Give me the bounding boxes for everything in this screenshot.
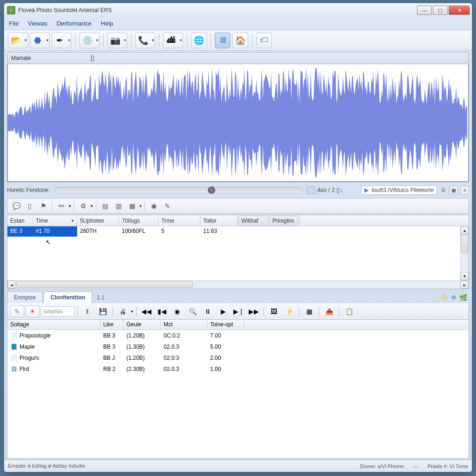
vertical-scrollbar[interactable]: ▴ ▾ (460, 226, 469, 280)
sparkle-icon[interactable]: ✨ (440, 294, 448, 301)
tab-emnpize[interactable]: Emnpize (7, 291, 43, 303)
tag-button[interactable]: 🏷 (256, 33, 272, 48)
col-geule[interactable]: Geule (124, 320, 161, 330)
skip-back-button[interactable]: ▮◀ (155, 305, 169, 317)
separator (75, 33, 76, 47)
list-item[interactable]: 📄PrapoiologleBB 3(1.20B)0C:0:27.00 (7, 330, 469, 341)
menu-performance[interactable]: Derformarice (57, 20, 92, 27)
scroll-down-button[interactable]: ▾ (461, 272, 469, 280)
browser-button[interactable]: 🌐 (191, 33, 207, 48)
gear-button[interactable]: ⚙ (77, 200, 89, 212)
tab-wilthaf[interactable]: Wilthaf (238, 216, 268, 226)
forward-button[interactable]: ▶❘ (231, 305, 245, 317)
copy-button[interactable]: 📋 (342, 305, 356, 317)
pencil-button[interactable]: ✎ (10, 305, 24, 317)
maximize-button[interactable]: ▢ (433, 6, 448, 15)
grid-view-button[interactable]: ▦ (450, 186, 458, 194)
tiles-button[interactable]: ▦ (302, 305, 316, 317)
flag-button[interactable]: ⚑ (37, 200, 49, 212)
open-folder-button[interactable]: 📂 (8, 33, 24, 48)
save-button[interactable]: 💾 (96, 305, 110, 317)
slider-thumb[interactable] (208, 186, 215, 194)
list-item[interactable]: 🖼FlrdRB 2(2.30B)02.0.31.00 (7, 364, 469, 375)
list-item[interactable]: 📄ProgursBB J(1.20B)02:0:32.00 (7, 352, 469, 364)
bolt-button[interactable]: ⚡ (282, 305, 296, 317)
pause-button[interactable]: ⏸ (201, 305, 215, 317)
hscroll-thumb[interactable] (16, 281, 193, 288)
edit-button[interactable]: ✎ (161, 200, 173, 212)
comment-button[interactable]: 💬 (10, 200, 22, 212)
record-button[interactable]: ◉ (148, 200, 160, 212)
page-current: 4oo (317, 187, 326, 193)
snowflake-icon[interactable]: ❄ (451, 294, 456, 301)
phone-dropdown[interactable]: ▾ (151, 33, 155, 48)
disc-dropdown[interactable]: ▾ (95, 33, 99, 48)
scroll-up-button[interactable]: ▴ (461, 226, 469, 235)
col-mct[interactable]: Mct (161, 320, 207, 330)
track-name[interactable]: Mamale (11, 55, 90, 61)
col-time[interactable]: Time ▾ (33, 215, 77, 226)
phone-button[interactable]: 📞 (135, 33, 151, 48)
menu-file[interactable]: File (9, 20, 19, 27)
open-folder-dropdown[interactable]: ▾ (23, 33, 28, 48)
chart-icon: 🏙 (167, 35, 175, 45)
path-display[interactable]: ▶ lisoft3./Vifduics Pileteorte (361, 185, 437, 195)
col-like[interactable]: Like (100, 320, 124, 330)
stop-button[interactable]: ◉ (170, 305, 184, 317)
waveform-view[interactable] (7, 64, 469, 182)
menu-views[interactable]: Viewas (28, 20, 47, 27)
shield-dropdown[interactable]: ▾ (45, 33, 50, 48)
filter-combo[interactable]: GillalSils (41, 306, 74, 317)
menu-help[interactable]: Help (101, 20, 113, 27)
col-uphoten[interactable]: 5Uphoten (77, 215, 119, 226)
list-view-button[interactable]: ≡ (461, 186, 469, 194)
col-toine[interactable]: Toine-opt (207, 320, 245, 330)
doc2-button[interactable]: ▥ (112, 200, 125, 212)
col-tollor[interactable]: Tollor (200, 215, 238, 226)
shield-button[interactable]: ⬣ (30, 33, 46, 48)
rewind-button[interactable]: ◀◀ (139, 305, 153, 317)
tab-prinigtim[interactable]: Prinigtim (269, 216, 299, 226)
leaf-icon[interactable]: 🌿 (459, 294, 467, 301)
list-item[interactable]: 📘MapieBB 3(1.30B)02.0.35.00 (7, 341, 469, 352)
camera-dropdown[interactable]: ▾ (123, 33, 127, 48)
camera-button[interactable]: 📷 (107, 33, 123, 48)
page-indicator-icon (307, 186, 315, 194)
link-button[interactable]: ⚯ (55, 200, 67, 212)
playhead-marker[interactable]: ⎮¦ (90, 55, 94, 61)
chart-dropdown[interactable]: ▾ (178, 33, 183, 48)
pen-dropdown[interactable]: ▾ (67, 33, 72, 48)
image-button[interactable]: 🖼 (267, 305, 281, 317)
horizontal-scrollbar[interactable]: ◂ ▸ (7, 280, 469, 289)
col-estan[interactable]: Estan (7, 215, 33, 226)
pen-button[interactable]: ✒ (52, 33, 67, 48)
chart-button[interactable]: 🏙 (163, 33, 179, 48)
scroll-left-button[interactable]: ◂ (7, 281, 16, 289)
fast-forward-button[interactable]: ▶▶ (247, 305, 261, 317)
close-button[interactable]: ✕ (449, 6, 470, 15)
doc1-button[interactable]: ▤ (99, 200, 111, 212)
monitor-button[interactable]: 🖥 (215, 33, 231, 48)
disc-button[interactable]: 💿 (79, 33, 95, 48)
house-button[interactable]: 🏠 (232, 33, 248, 48)
table-row[interactable]: BE 3 #1 70 260TH 100/60FL 5 11:63 ↖ (7, 226, 469, 237)
print-button[interactable]: 🖨 (116, 305, 130, 317)
search-button[interactable]: 🔍 (185, 305, 199, 317)
scroll-thumb[interactable] (461, 235, 468, 253)
doc3-button[interactable]: ▦ (126, 200, 138, 212)
position-slider[interactable] (54, 187, 302, 193)
events-grid-body[interactable]: BE 3 #1 70 260TH 100/60FL 5 11:63 ↖ ▴ ▾ (7, 226, 469, 280)
tab-clonftenttion[interactable]: Clonftenttion (44, 291, 93, 303)
star-button[interactable]: ✶ (26, 305, 40, 317)
col-ilogs[interactable]: 70Ilogs (119, 215, 159, 226)
minimize-button[interactable]: — (417, 6, 432, 15)
export-button[interactable]: 📤 (322, 305, 336, 317)
separator (103, 33, 104, 47)
col-soltage[interactable]: Soltage (7, 320, 100, 330)
files-grid-body[interactable]: 📄PrapoiologleBB 3(1.20B)0C:0:27.00📘Mapie… (7, 330, 469, 375)
import-button[interactable]: ⬆ (80, 305, 94, 317)
note-button[interactable]: ▯ (24, 200, 36, 212)
col-trme[interactable]: Trme (159, 215, 200, 226)
scroll-right-button[interactable]: ▸ (460, 281, 469, 289)
play-button[interactable]: ▶ (216, 305, 230, 317)
